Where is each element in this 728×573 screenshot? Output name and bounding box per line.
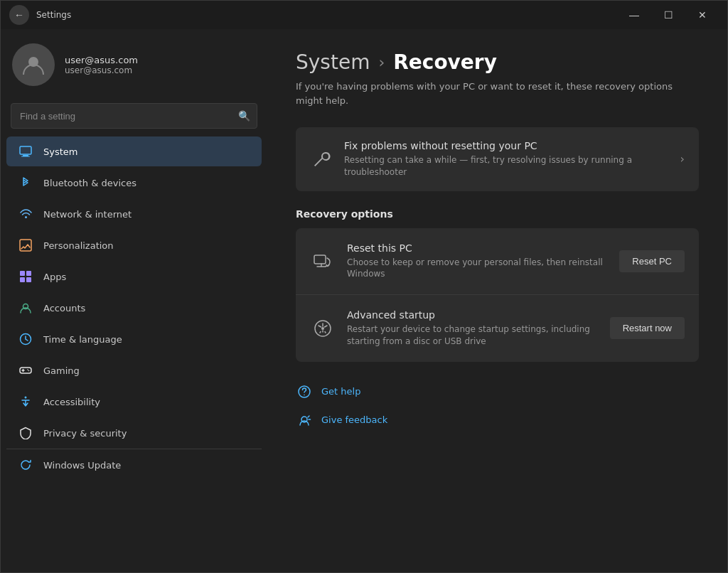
restart-now-button[interactable]: Restart now — [610, 317, 685, 339]
back-button[interactable]: ← — [9, 5, 29, 25]
section-title: Recovery options — [296, 208, 699, 220]
svg-point-20 — [321, 327, 324, 330]
reset-pc-button[interactable]: Reset PC — [619, 250, 685, 272]
fix-card-description: Resetting can take a while — first, try … — [344, 154, 669, 178]
system-icon — [18, 144, 33, 159]
svg-point-4 — [25, 216, 27, 218]
svg-rect-18 — [314, 255, 326, 264]
recovery-options: Reset this PC Choose to keep or remove y… — [296, 228, 699, 362]
sidebar-label-gaming: Gaming — [43, 365, 80, 376]
sidebar-label-network: Network & internet — [43, 209, 132, 220]
sidebar-item-gaming[interactable]: Gaming — [6, 355, 262, 385]
sidebar-item-system[interactable]: System — [6, 136, 262, 166]
svg-rect-8 — [20, 277, 25, 282]
avatar — [12, 43, 55, 86]
title-bar-left: ← Settings — [9, 5, 71, 25]
svg-point-22 — [304, 394, 305, 395]
sidebar-label-personalization: Personalization — [43, 240, 114, 251]
accounts-icon — [18, 300, 33, 316]
sidebar-item-update[interactable]: Windows Update — [6, 450, 262, 480]
sidebar-item-personalization[interactable]: Personalization — [6, 230, 262, 260]
startup-title: Advanced startup — [347, 309, 599, 321]
sidebar-label-privacy: Privacy & security — [43, 428, 127, 439]
give-feedback-link[interactable]: Give feedback — [296, 407, 699, 433]
svg-rect-7 — [26, 271, 31, 276]
apps-icon — [18, 269, 33, 284]
sidebar-item-apps[interactable]: Apps — [6, 262, 262, 291]
maximize-button[interactable]: ☐ — [652, 4, 685, 26]
sidebar-label-accessibility: Accessibility — [43, 397, 100, 407]
svg-point-15 — [27, 369, 28, 370]
svg-point-17 — [25, 397, 27, 399]
sidebar-item-bluetooth[interactable]: Bluetooth & devices — [6, 168, 262, 198]
network-icon — [18, 206, 33, 222]
wrench-icon — [310, 148, 333, 171]
search-input[interactable] — [11, 103, 257, 129]
get-help-label: Get help — [321, 386, 360, 397]
sidebar-label-update: Windows Update — [43, 460, 121, 471]
sidebar-item-network[interactable]: Network & internet — [6, 199, 262, 229]
main-panel: System › Recovery If you're having probl… — [267, 29, 727, 572]
advanced-startup-option: Advanced startup Restart your device to … — [296, 294, 699, 362]
breadcrumb-recovery: Recovery — [393, 50, 497, 74]
user-section: user@asus.com user@asus.com — [1, 29, 267, 97]
sidebar-item-accounts[interactable]: Accounts — [6, 293, 262, 323]
startup-description: Restart your device to change startup se… — [347, 323, 599, 348]
sidebar: user@asus.com user@asus.com 🔍 Sy — [1, 29, 267, 572]
main-content: user@asus.com user@asus.com 🔍 Sy — [1, 29, 727, 572]
app-title: Settings — [36, 10, 71, 20]
sidebar-label-bluetooth: Bluetooth & devices — [43, 178, 136, 188]
get-help-icon — [296, 383, 313, 400]
svg-rect-6 — [20, 271, 25, 276]
sidebar-label-accounts: Accounts — [43, 303, 85, 314]
help-links: Get help Give feedback — [296, 379, 699, 433]
title-bar: ← Settings — ☐ ✕ — [1, 1, 727, 29]
sidebar-item-privacy[interactable]: Privacy & security — [6, 418, 262, 448]
svg-rect-1 — [20, 146, 31, 154]
personalization-icon — [18, 237, 33, 253]
svg-rect-9 — [26, 277, 31, 282]
privacy-icon — [18, 425, 33, 441]
user-email: user@asus.com — [65, 65, 138, 75]
sidebar-label-system: System — [43, 146, 77, 157]
reset-description: Choose to keep or remove your personal f… — [347, 257, 608, 281]
chevron-right-icon: › — [680, 152, 685, 166]
startup-text: Advanced startup Restart your device to … — [347, 309, 599, 348]
time-icon — [18, 331, 33, 347]
sidebar-divider — [6, 449, 262, 449]
sidebar-label-time: Time & language — [43, 334, 122, 345]
update-icon — [18, 457, 33, 473]
close-button[interactable]: ✕ — [686, 4, 719, 26]
gaming-icon — [18, 363, 33, 378]
accessibility-icon — [18, 394, 33, 409]
fix-problems-card[interactable]: Fix problems without resetting your PC R… — [296, 127, 699, 191]
reset-text: Reset this PC Choose to keep or remove y… — [347, 242, 608, 281]
window-controls: — ☐ ✕ — [618, 4, 719, 26]
svg-rect-3 — [21, 156, 30, 157]
breadcrumb-separator: › — [378, 53, 385, 71]
reset-icon — [310, 248, 336, 274]
get-help-link[interactable]: Get help — [296, 379, 699, 405]
sidebar-item-time[interactable]: Time & language — [6, 324, 262, 354]
reset-title: Reset this PC — [347, 242, 608, 254]
settings-window: ← Settings — ☐ ✕ user@asus.com user — [0, 0, 728, 573]
svg-point-16 — [28, 370, 30, 372]
user-info: user@asus.com user@asus.com — [65, 55, 138, 75]
sidebar-label-apps: Apps — [43, 272, 66, 282]
search-icon: 🔍 — [238, 110, 250, 122]
minimize-button[interactable]: — — [618, 4, 651, 26]
bluetooth-icon — [18, 175, 33, 191]
search-box: 🔍 — [11, 103, 257, 129]
breadcrumb: System › Recovery — [296, 50, 699, 74]
page-description: If you're having problems with your PC o… — [296, 80, 694, 107]
sidebar-item-accessibility[interactable]: Accessibility — [6, 387, 262, 417]
breadcrumb-system: System — [296, 50, 370, 74]
feedback-label: Give feedback — [321, 414, 387, 425]
fix-card-title: Fix problems without resetting your PC — [344, 140, 669, 151]
reset-pc-option: Reset this PC Choose to keep or remove y… — [296, 228, 699, 295]
startup-icon — [310, 316, 336, 341]
fix-card-text: Fix problems without resetting your PC R… — [344, 140, 669, 178]
feedback-icon — [296, 412, 313, 429]
user-name: user@asus.com — [65, 55, 138, 65]
